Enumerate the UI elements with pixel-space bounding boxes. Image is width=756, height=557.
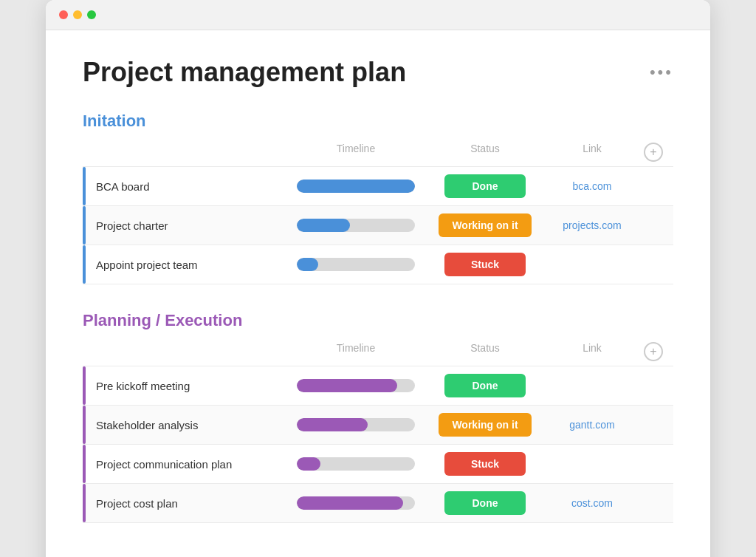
cell-task: Stakeholder analysis (83, 406, 282, 444)
timeline-bar-fill (297, 258, 318, 271)
timeline-bar-fill (297, 379, 397, 392)
cell-link[interactable]: bca.com (540, 180, 644, 192)
cell-status: Stuck (430, 452, 540, 476)
sections-container: Initation Timeline Status Link + BCA boa… (83, 112, 673, 523)
timeline-bar-fill (297, 219, 350, 232)
link-anchor[interactable]: bca.com (573, 180, 612, 192)
status-badge: Done (444, 374, 526, 397)
task-label: BCA board (96, 180, 150, 193)
cell-timeline (282, 496, 430, 510)
row-indicator (83, 167, 86, 205)
cell-timeline (282, 258, 430, 271)
table-row: Project communication planStuck (83, 445, 673, 484)
col-link-label: Link (540, 342, 644, 361)
task-label: Stakeholder analysis (96, 419, 198, 431)
cell-link[interactable]: cost.com (540, 497, 644, 509)
table-row: Pre kickoff meetingDone (83, 366, 673, 406)
cell-status: Done (430, 491, 540, 515)
col-add-header: + (644, 143, 673, 162)
timeline-bar (297, 258, 415, 271)
cell-status: Done (430, 374, 540, 397)
maximize-dot[interactable] (87, 10, 96, 19)
page-title: Project management plan (83, 57, 406, 88)
timeline-bar-fill (297, 457, 320, 471)
cell-task: Project charter (83, 206, 282, 245)
section-planning: Planning / Execution Timeline Status Lin… (83, 311, 673, 523)
cell-status: Working on it (430, 413, 540, 437)
timeline-bar (297, 180, 415, 193)
link-anchor[interactable]: cost.com (571, 497, 613, 509)
link-anchor[interactable]: projects.com (563, 219, 621, 231)
col-task-label (92, 342, 282, 361)
cell-timeline (282, 379, 430, 392)
minimize-dot[interactable] (73, 10, 82, 19)
link-anchor[interactable]: gantt.com (569, 419, 614, 431)
status-badge: Stuck (444, 253, 526, 276)
col-status-label: Status (430, 342, 540, 361)
status-badge: Stuck (444, 452, 526, 476)
table-row: Appoint project teamStuck (83, 245, 673, 284)
section-header-planning: Planning / Execution (83, 311, 673, 330)
table-row: Project charterWorking on itprojects.com (83, 206, 673, 245)
timeline-bar (297, 219, 415, 232)
timeline-bar-fill (297, 418, 368, 431)
col-headers-planning: Timeline Status Link + (83, 339, 673, 366)
cell-status: Stuck (430, 253, 540, 276)
titlebar (46, 0, 710, 30)
col-headers-initiation: Timeline Status Link + (83, 140, 673, 166)
timeline-bar-fill (297, 496, 403, 510)
cell-timeline (282, 418, 430, 431)
add-column-button[interactable]: + (644, 143, 663, 162)
task-label: Pre kickoff meeting (96, 380, 190, 392)
add-column-button[interactable]: + (644, 342, 663, 361)
timeline-bar (297, 496, 415, 510)
cell-status: Done (430, 174, 540, 198)
table-row: BCA boardDonebca.com (83, 167, 673, 206)
section-initiation: Initation Timeline Status Link + BCA boa… (83, 112, 673, 284)
status-badge: Done (444, 174, 526, 198)
page-header: Project management plan ••• (83, 57, 673, 88)
row-indicator (83, 245, 86, 284)
cell-task: BCA board (83, 167, 282, 205)
table-row: Stakeholder analysisWorking on itgantt.c… (83, 406, 673, 445)
cell-task: Project cost plan (83, 484, 282, 522)
col-add-header: + (644, 342, 673, 361)
cell-timeline (282, 219, 430, 232)
section-title-planning: Planning / Execution (83, 311, 242, 330)
table-row: Project cost planDonecost.com (83, 484, 673, 523)
row-indicator (83, 206, 86, 245)
row-indicator (83, 445, 86, 483)
status-badge: Done (444, 491, 526, 515)
col-link-label: Link (540, 143, 644, 162)
cell-task: Project communication plan (83, 445, 282, 483)
cell-link[interactable]: projects.com (540, 219, 644, 231)
timeline-bar (297, 379, 415, 392)
row-indicator (83, 366, 86, 405)
row-indicator (83, 484, 86, 522)
table-rows-planning: Pre kickoff meetingDoneStakeholder analy… (83, 366, 673, 523)
cell-timeline (282, 457, 430, 471)
cell-task: Pre kickoff meeting (83, 366, 282, 405)
main-window: Project management plan ••• Initation Ti… (46, 0, 710, 557)
more-options-button[interactable]: ••• (650, 63, 673, 82)
col-task-label (92, 143, 282, 162)
task-label: Project communication plan (96, 458, 232, 471)
cell-timeline (282, 180, 430, 193)
timeline-bar (297, 418, 415, 431)
timeline-bar (297, 457, 415, 471)
task-label: Project charter (96, 219, 168, 232)
section-header-initiation: Initation (83, 112, 673, 131)
section-title-initiation: Initation (83, 112, 146, 131)
status-badge: Working on it (439, 413, 531, 437)
close-dot[interactable] (59, 10, 68, 19)
cell-link[interactable]: gantt.com (540, 419, 644, 431)
status-badge: Working on it (439, 213, 531, 237)
cell-status: Working on it (430, 213, 540, 237)
task-label: Appoint project team (96, 259, 198, 271)
task-label: Project cost plan (96, 497, 178, 510)
col-timeline-label: Timeline (282, 342, 430, 361)
row-indicator (83, 406, 86, 444)
cell-task: Appoint project team (83, 245, 282, 284)
page-content: Project management plan ••• Initation Ti… (46, 30, 710, 557)
col-status-label: Status (430, 143, 540, 162)
